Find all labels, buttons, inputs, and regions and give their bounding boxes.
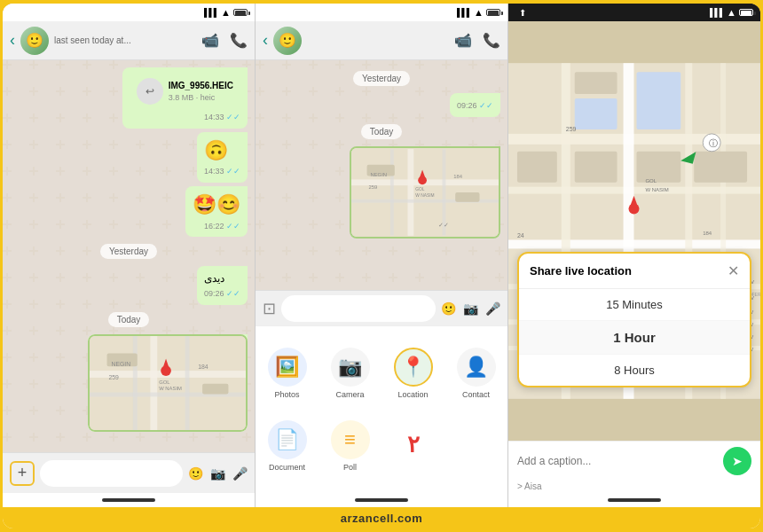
call-icon-1[interactable]: 📞 [230, 32, 248, 49]
home-bar-2 [256, 493, 507, 507]
emoji-icon-2[interactable]: 🙂 [441, 301, 456, 316]
contact-icon-circle: 👤 [457, 348, 496, 387]
persian-icon-circle: ۲ [394, 425, 433, 464]
media-item-photos[interactable]: 🖼️ Photos [256, 337, 319, 410]
map-svg-1: NEGIN GOL W NASIM 184 259 [90, 336, 246, 432]
svg-text:GOL: GOL [159, 379, 170, 385]
input-icons-left-2: ⊡ [263, 299, 276, 318]
svg-text:✓✓: ✓✓ [438, 222, 449, 228]
screen3: ⬆ ▌▌▌ ▲ [508, 4, 760, 507]
video-call-icon-1[interactable]: 📹 [201, 32, 219, 49]
media-item-poll[interactable]: ≡ Poll [319, 410, 382, 482]
share-panel-title: Share live location [530, 264, 632, 278]
day-label-today-2: Today [361, 124, 403, 139]
message-input-1[interactable] [40, 460, 183, 487]
header-icons-1: 📹 📞 [201, 32, 248, 49]
tick-2: ✓✓ [226, 222, 240, 231]
video-call-icon-2[interactable]: 📹 [454, 32, 472, 49]
wifi-icon-2: ▲ [474, 7, 484, 18]
svg-text:184: 184 [703, 231, 712, 236]
location-label: Location [397, 390, 428, 399]
caption-input[interactable] [517, 455, 716, 467]
chat-area-2: Yesterday 09:26 ✓✓ Today [256, 60, 507, 290]
text-message-1: دیدی 09:26 ✓✓ [197, 266, 248, 304]
emoji-icon-1[interactable]: 🙂 [188, 466, 203, 481]
chat-header-2: ‹ 🙂 📹 📞 [256, 21, 507, 60]
poll-icon: ≡ [344, 428, 356, 451]
svg-rect-48 [694, 152, 747, 183]
svg-rect-19 [390, 149, 394, 236]
share-close-button[interactable]: ✕ [728, 262, 739, 279]
document-icon-circle: 📄 [268, 420, 307, 459]
media-item-persian[interactable]: ۲ [382, 410, 444, 482]
share-option-1hour[interactable]: 1 Hour [519, 321, 750, 355]
media-item-camera[interactable]: 📷 Camera [319, 337, 382, 410]
poll-icon-circle: ≡ [331, 420, 370, 459]
camera-icon-2[interactable]: 📷 [463, 301, 478, 316]
attach-icon-2[interactable]: ⊡ [263, 299, 276, 318]
home-bar-3 [508, 493, 760, 507]
share-option-8hours[interactable]: 8 Hours [519, 355, 750, 386]
msg-time-1: 14:33 ✓✓ [204, 166, 240, 177]
tick-3: ✓✓ [226, 289, 240, 298]
signal-icon-1: ▌▌▌ [204, 8, 218, 17]
svg-rect-43 [575, 98, 617, 129]
plus-button-1[interactable]: + [10, 461, 35, 486]
wifi-icon-1: ▲ [221, 7, 231, 18]
map-bubble-1: NEGIN GOL W NASIM 184 259 [88, 334, 248, 432]
back-button-2[interactable]: ‹ [263, 31, 268, 50]
home-bar-1 [3, 493, 255, 507]
bottom-banner: arzancell.com [3, 507, 760, 528]
document-label: Document [269, 463, 305, 472]
day-label-today-1: Today [108, 312, 150, 327]
home-indicator-2 [355, 498, 408, 502]
chat-header-1: ‹ 🙂 last seen today at... 📹 📞 [3, 21, 255, 60]
media-item-location[interactable]: 📍 Location [382, 337, 444, 410]
svg-rect-46 [575, 152, 617, 183]
map-message-1: NEGIN GOL W NASIM 184 259 [88, 334, 248, 432]
home-indicator-1 [102, 498, 155, 502]
map-bubble-2: NEGIN GOL W NASIM 184 259 ✓✓ [351, 148, 499, 237]
share-option-15min[interactable]: 15 Minutes [519, 289, 750, 321]
message-input-2[interactable] [281, 295, 436, 322]
mic-icon-1[interactable]: 🎤 [232, 466, 248, 481]
map-full: 259 GOL W NASIM 184 24 1ST W 2ND W 4TH W… [508, 21, 760, 441]
svg-text:NEGIN: NEGIN [111, 361, 130, 367]
mic-icon-2[interactable]: 🎤 [485, 301, 500, 316]
svg-text:ⓘ: ⓘ [709, 138, 718, 148]
input-icons-1: 🙂 📷 🎤 [188, 466, 248, 481]
media-item-document[interactable]: 📄 Document [256, 410, 319, 482]
aisa-footer: > Aisa [508, 480, 760, 493]
send-icon: ➤ [732, 454, 743, 468]
tick-0: ✓✓ [226, 113, 240, 121]
day-label-yesterday-1: Yesterday [100, 244, 157, 259]
tick-1: ✓✓ [226, 167, 240, 176]
tick-2a: ✓✓ [479, 101, 493, 110]
header-icons-2: 📹 📞 [454, 32, 500, 49]
wifi-icon-3: ▲ [727, 7, 736, 18]
input-icons-2: 🙂 📷 🎤 [441, 301, 500, 316]
camera-icon-1[interactable]: 📷 [210, 466, 225, 481]
file-info: IMG_9956.HEIC 3.8 MB · heic [169, 80, 233, 104]
caption-bar: ➤ [508, 441, 760, 480]
header-info-1: last seen today at... [54, 35, 196, 45]
media-item-contact[interactable]: 👤 Contact [444, 337, 507, 410]
svg-rect-47 [636, 152, 680, 183]
send-button[interactable]: ➤ [723, 447, 751, 475]
map-message-2: NEGIN GOL W NASIM 184 259 ✓✓ [350, 146, 500, 239]
battery-icon-2 [486, 9, 500, 16]
photos-label: Photos [274, 390, 299, 399]
svg-rect-5 [185, 336, 190, 432]
call-icon-2[interactable]: 📞 [483, 32, 500, 49]
msg-time-0: 14:33 ✓✓ [130, 112, 240, 123]
emoji-2: 🤩😊 [193, 192, 240, 219]
file-icon: ↩ [137, 78, 163, 105]
svg-text:259: 259 [109, 374, 120, 380]
back-button-1[interactable]: ‹ [10, 31, 15, 50]
svg-rect-22 [455, 192, 479, 202]
persian-icon: ۲ [407, 431, 420, 458]
screen2: ▌▌▌ ▲ ‹ 🙂 📹 📞 Yesterday 09:26 ✓✓ [256, 4, 508, 507]
emoji-1: 🙃 [204, 137, 240, 165]
avatar-2: 🙂 [273, 27, 302, 55]
file-name: IMG_9956.HEIC [169, 80, 233, 92]
